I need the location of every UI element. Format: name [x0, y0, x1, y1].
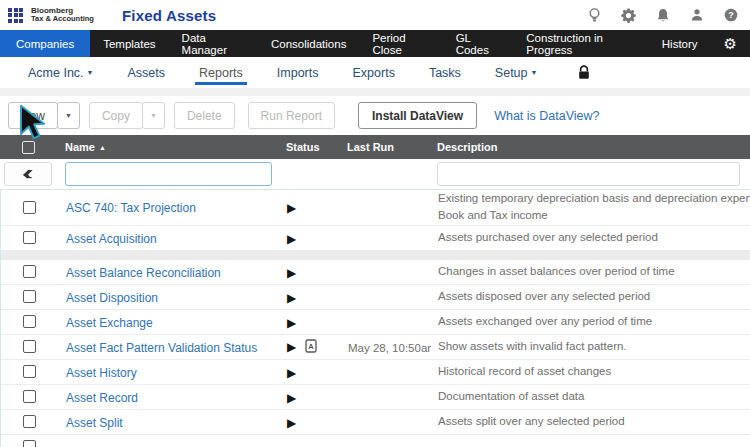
table-row[interactable]: Asset Disposition ▶A Assets disposed ove…: [1, 284, 750, 309]
report-name-link[interactable]: Asset Disposition: [66, 291, 158, 305]
run-report-play-icon[interactable]: ▶: [287, 201, 296, 215]
table-body: ASC 740: Tax Projection ▶A Existing temp…: [0, 190, 750, 447]
tab-setup-label: Setup: [495, 66, 528, 80]
tab-imports[interactable]: Imports: [277, 57, 319, 88]
run-report-play-icon[interactable]: ▶: [287, 291, 296, 305]
install-dataview-button[interactable]: Install DataView: [358, 102, 477, 129]
company-selector[interactable]: Acme Inc.▼: [28, 66, 94, 80]
pdf-file-icon[interactable]: A: [305, 339, 317, 357]
svg-text:A: A: [309, 342, 315, 351]
name-filter-input[interactable]: [65, 162, 272, 186]
table-row[interactable]: Asset Balance Reconciliation ▶A Changes …: [1, 259, 750, 284]
report-name-link[interactable]: Asset History: [66, 366, 137, 380]
report-name-link[interactable]: ASC 740: Tax Projection: [66, 201, 196, 215]
table-row[interactable]: ▶A: [1, 434, 750, 447]
report-description: Existing temporary depreciation basis an…: [438, 190, 746, 225]
run-report-play-icon[interactable]: ▶: [287, 232, 296, 246]
row-checkbox[interactable]: [23, 440, 36, 447]
copy-dropdown-button[interactable]: ▼: [142, 102, 165, 129]
report-name-link[interactable]: Asset Split: [66, 416, 123, 430]
nav-item-templates[interactable]: Templates: [90, 30, 168, 57]
name-column-label: Name: [65, 141, 95, 153]
delete-button[interactable]: Delete: [174, 102, 235, 129]
report-name-link[interactable]: Asset Exchange: [66, 316, 153, 330]
nav-item-gl-codes[interactable]: GL Codes: [443, 30, 514, 57]
select-all-checkbox[interactable]: [22, 141, 35, 154]
run-report-play-icon[interactable]: ▶: [287, 391, 296, 405]
lightbulb-icon[interactable]: [587, 8, 602, 23]
nav-item-data-manager[interactable]: Data Manager: [169, 30, 258, 57]
report-description: Documentation of asset data: [438, 388, 746, 405]
nav-item-history[interactable]: History: [649, 30, 711, 57]
description-filter-input[interactable]: [437, 162, 740, 186]
column-header-name[interactable]: Name▲: [56, 141, 272, 153]
row-checkbox[interactable]: [23, 390, 36, 403]
nav-settings-gear-icon[interactable]: ⚙: [711, 30, 750, 57]
run-report-play-icon[interactable]: ▶: [287, 340, 296, 354]
tab-tasks[interactable]: Tasks: [429, 57, 461, 88]
bloomberg-logo: Bloomberg Tax & Accounting: [31, 7, 94, 23]
report-name-link[interactable]: Asset Balance Reconciliation: [66, 266, 221, 280]
brand-line2: Tax & Accounting: [31, 15, 94, 23]
lock-icon[interactable]: [577, 65, 591, 80]
last-run-value: May 28, 10:50am: [348, 342, 431, 354]
tab-setup[interactable]: Setup▼: [495, 57, 538, 88]
gear-icon[interactable]: [621, 8, 636, 23]
row-checkbox[interactable]: [23, 365, 36, 378]
nav-item-period-close[interactable]: Period Close: [359, 30, 442, 57]
run-report-play-icon[interactable]: ▶: [287, 416, 296, 430]
table-row[interactable]: Asset Acquisition ▶A Assets purchased ov…: [1, 225, 750, 250]
report-description: Show assets with invalid fact pattern.: [438, 338, 746, 355]
run-report-play-icon[interactable]: ▶: [287, 316, 296, 330]
tab-reports[interactable]: Reports: [199, 57, 243, 88]
row-checkbox[interactable]: [23, 290, 36, 303]
table-row[interactable]: Asset History ▶A Historical record of as…: [1, 359, 750, 384]
report-name-link[interactable]: Asset Acquisition: [66, 232, 157, 246]
app-launcher-grid-icon[interactable]: [8, 8, 23, 23]
row-checkbox[interactable]: [23, 231, 36, 244]
report-name-link[interactable]: Asset Fact Pattern Validation Status: [66, 341, 257, 355]
row-checkbox[interactable]: [23, 265, 36, 278]
row-checkbox[interactable]: [23, 201, 36, 214]
help-icon[interactable]: ?: [723, 8, 738, 23]
fixed-assets-app: Bloomberg Tax & Accounting Fixed Assets …: [0, 0, 750, 447]
tab-exports[interactable]: Exports: [353, 57, 395, 88]
tab-assets[interactable]: Assets: [128, 57, 166, 88]
new-dropdown-button[interactable]: ▼: [57, 102, 80, 129]
new-button[interactable]: New: [8, 102, 58, 129]
company-selector-label: Acme Inc.: [28, 66, 84, 80]
table-row[interactable]: Asset Record ▶A Documentation of asset d…: [1, 384, 750, 409]
column-header-status[interactable]: Status: [272, 141, 332, 153]
copy-button[interactable]: Copy: [89, 102, 143, 129]
column-header-description[interactable]: Description: [430, 141, 750, 153]
report-toolbar: New ▼ Copy ▼ Delete Run Report Install D…: [0, 96, 750, 135]
filter-row: [0, 159, 750, 190]
what-is-dataview-link[interactable]: What is DataView?: [494, 109, 599, 123]
run-report-play-icon[interactable]: ▶: [287, 366, 296, 380]
report-description: Assets exchanged over any period of time: [438, 313, 746, 330]
report-description: Assets split over any selected period: [438, 413, 746, 430]
row-checkbox[interactable]: [23, 340, 36, 353]
table-row[interactable]: Asset Fact Pattern Validation Status ▶A …: [1, 334, 750, 359]
row-checkbox[interactable]: [23, 415, 36, 428]
table-row[interactable]: ASC 740: Tax Projection ▶A Existing temp…: [1, 190, 750, 225]
bell-icon[interactable]: [655, 8, 670, 23]
nav-item-consolidations[interactable]: Consolidations: [258, 30, 359, 57]
report-description: Assets disposed over any selected period: [438, 288, 746, 305]
report-name-link[interactable]: Asset Record: [66, 391, 138, 405]
user-icon[interactable]: [689, 8, 704, 23]
run-report-play-icon[interactable]: ▶: [287, 266, 296, 280]
table-row[interactable]: Asset Split ▶A Assets split over any sel…: [1, 409, 750, 434]
row-checkbox[interactable]: [23, 315, 36, 328]
sort-asc-icon: ▲: [99, 144, 106, 151]
run-report-button[interactable]: Run Report: [248, 102, 335, 129]
nav-item-construction-in-progress[interactable]: Construction in Progress: [513, 30, 648, 57]
table-row[interactable]: Asset Exchange ▶A Assets exchanged over …: [1, 309, 750, 334]
nav-item-companies[interactable]: Companies: [0, 30, 90, 57]
chevron-down-icon: ▼: [87, 69, 94, 76]
report-description: Assets purchased over any selected perio…: [438, 229, 746, 246]
column-header-last-run[interactable]: Last Run: [332, 141, 430, 153]
report-description: Historical record of asset changes: [438, 363, 746, 380]
chevron-down-icon: ▼: [531, 69, 538, 76]
clear-filters-button[interactable]: [4, 162, 52, 186]
